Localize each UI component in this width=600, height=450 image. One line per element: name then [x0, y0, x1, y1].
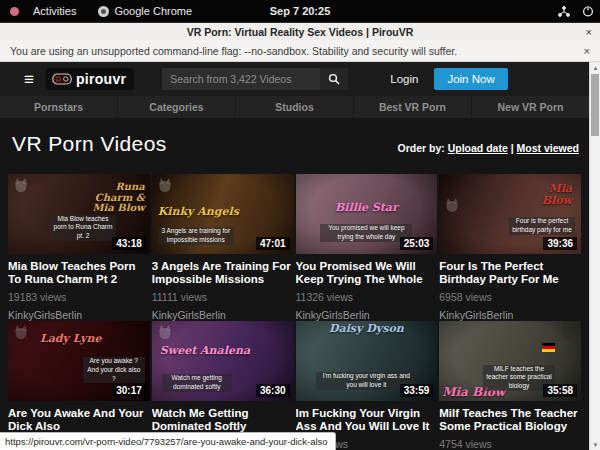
- video-card[interactable]: Kinky Angels 3 Angels are training for i…: [152, 174, 294, 321]
- thumbnail-overlay-name: Lady Lyne: [40, 333, 102, 345]
- status-url-bubble: https://pirouvr.com/vr-porn-video/779325…: [0, 432, 336, 450]
- studio-link[interactable]: KinkyGirlsBerlin: [152, 309, 294, 321]
- nav-item-new-vr[interactable]: New VR Porn: [472, 96, 589, 118]
- video-thumbnail[interactable]: Mia Blow Four is the perfect birthday pa…: [439, 174, 581, 254]
- browser-tab-bar: VR Porn: Virtual Reality Sex Videos | Pi…: [0, 22, 600, 40]
- activities-label: Activities: [33, 5, 76, 17]
- studio-cat-logo-icon: [157, 325, 173, 343]
- video-card[interactable]: Runa Charm & Mia Blow Mia Blow teaches p…: [8, 174, 150, 321]
- video-card[interactable]: Mia Blow MILF teaches the teacher some p…: [439, 321, 581, 450]
- menu-icon[interactable]: ≡: [24, 71, 34, 88]
- order-by: Order by: Upload date | Most viewed: [397, 142, 579, 154]
- search-icon: [328, 73, 340, 85]
- thumbnail-caption: You promised we will keep trying the who…: [320, 224, 412, 242]
- video-title[interactable]: Im Fucking Your Virgin Ass And You Will …: [296, 407, 438, 433]
- video-thumbnail[interactable]: Mia Blow MILF teaches the teacher some p…: [439, 321, 581, 401]
- video-card[interactable]: Mia Blow Four is the perfect birthday pa…: [439, 174, 581, 321]
- studio-cat-logo-icon: [157, 178, 173, 196]
- german-flag: [542, 343, 555, 352]
- studio-link[interactable]: KinkyGirlsBerlin: [8, 309, 150, 321]
- studio-link[interactable]: KinkyGirlsBerlin: [296, 309, 438, 321]
- video-thumbnail[interactable]: Lady Lyne Are you awake ? And your dick …: [8, 321, 150, 401]
- order-separator: |: [511, 142, 514, 154]
- duration-badge: 43:18: [112, 237, 146, 250]
- network-icon[interactable]: [558, 6, 570, 17]
- video-card[interactable]: Lady Lyne Are you awake ? And your dick …: [8, 321, 150, 450]
- nav-item-best-vr[interactable]: Best VR Porn: [354, 96, 472, 118]
- order-most-viewed-link[interactable]: Most viewed: [517, 142, 579, 154]
- tab-close-icon[interactable]: ×: [586, 25, 592, 39]
- vr-goggles-icon: [52, 73, 72, 85]
- studio-link[interactable]: KinkyGirlsBerlin: [439, 309, 581, 321]
- video-views: 6958 views: [439, 291, 581, 303]
- join-now-button[interactable]: Join Now: [434, 68, 507, 90]
- site-logo[interactable]: pirouvr: [46, 68, 134, 90]
- scroll-down-icon[interactable]: ▼: [590, 439, 600, 450]
- video-title[interactable]: Watch Me Getting Dominated Softly: [152, 407, 294, 433]
- thumbnail-overlay-name: Kinky Angels: [158, 206, 239, 218]
- video-title[interactable]: You Promised We Will Keep Trying The Who…: [296, 260, 438, 286]
- duration-badge: 33:59: [400, 384, 434, 397]
- activities-button[interactable]: Activities: [25, 0, 84, 22]
- video-views: 11111 views: [152, 291, 294, 303]
- order-by-label: Order by:: [397, 142, 444, 154]
- clock[interactable]: Sep 7 20:25: [270, 5, 331, 17]
- video-grid: Runa Charm & Mia Blow Mia Blow teaches p…: [0, 174, 589, 450]
- duration-badge: 35:58: [543, 384, 577, 397]
- page-viewport: ≡ pirouvr Login Join Now Pornstars Categ…: [0, 62, 600, 450]
- search-input[interactable]: [162, 68, 320, 90]
- video-card[interactable]: Daisy Dyson I'm fucking your virgin ass …: [296, 321, 438, 450]
- duration-badge: 30:17: [112, 384, 146, 397]
- thumbnail-overlay-name: Runa Charm & Mia Blow: [83, 182, 145, 214]
- studio-cat-logo-icon: [416, 325, 432, 343]
- scrollbar-thumb[interactable]: [591, 74, 599, 136]
- video-card[interactable]: Billie Star You promised we will keep tr…: [296, 174, 438, 321]
- duration-badge: 36:30: [256, 384, 290, 397]
- system-top-bar: Activities Google Chrome Sep 7 20:25: [0, 0, 600, 22]
- nav-item-pornstars[interactable]: Pornstars: [0, 96, 118, 118]
- tab-title[interactable]: VR Porn: Virtual Reality Sex Videos | Pi…: [187, 26, 414, 38]
- video-title[interactable]: 3 Angels Are Training For Impossible Mis…: [152, 260, 294, 286]
- video-title[interactable]: Milf Teaches The Teacher Some Practical …: [439, 407, 581, 433]
- video-title[interactable]: Four Is The Perfect Birthday Party For M…: [439, 260, 581, 286]
- power-icon[interactable]: [582, 5, 594, 17]
- infobar-close-icon[interactable]: ×: [584, 45, 590, 57]
- duration-badge: 47:01: [256, 237, 290, 250]
- video-card[interactable]: Sweet Analena Watch me getting dominated…: [152, 321, 294, 450]
- thumbnail-caption: Mia Blow teaches porn to Runa Charm pt. …: [50, 215, 116, 241]
- search-button[interactable]: [320, 68, 348, 90]
- page-head: VR Porn Videos Order by: Upload date | M…: [0, 118, 589, 174]
- notification-dot-icon: [10, 7, 19, 16]
- nav-item-studios[interactable]: Studios: [236, 96, 354, 118]
- chrome-icon: [98, 6, 109, 17]
- page-title: VR Porn Videos: [12, 132, 167, 156]
- video-title[interactable]: Mia Blow Teaches Porn To Runa Charm Pt 2: [8, 260, 150, 286]
- studio-cat-logo-icon: [416, 178, 432, 196]
- site-header: ≡ pirouvr Login Join Now: [0, 62, 589, 96]
- video-thumbnail[interactable]: Daisy Dyson I'm fucking your virgin ass …: [296, 321, 438, 401]
- video-thumbnail[interactable]: Runa Charm & Mia Blow Mia Blow teaches p…: [8, 174, 150, 254]
- video-thumbnail[interactable]: Billie Star You promised we will keep tr…: [296, 174, 438, 254]
- video-thumbnail[interactable]: Kinky Angels 3 Angels are training for i…: [152, 174, 294, 254]
- infobar: You are using an unsupported command-lin…: [0, 40, 600, 62]
- app-menu-label: Google Chrome: [114, 5, 192, 17]
- order-upload-date-link[interactable]: Upload date: [448, 142, 508, 154]
- main-nav: Pornstars Categories Studios Best VR Por…: [0, 96, 589, 118]
- login-link[interactable]: Login: [390, 73, 418, 85]
- duration-badge: 39:36: [543, 237, 577, 250]
- video-title[interactable]: Are You Awake And Your Dick Also: [8, 407, 150, 433]
- thumbnail-overlay-name: Mia Blow: [520, 183, 572, 206]
- thumbnail-overlay-name: Sweet Analena: [160, 345, 250, 357]
- scroll-up-icon[interactable]: ▲: [590, 62, 600, 73]
- video-thumbnail[interactable]: Sweet Analena Watch me getting dominated…: [152, 321, 294, 401]
- studio-cat-logo-icon: [13, 178, 29, 196]
- thumbnail-overlay-name: Billie Star: [335, 202, 398, 214]
- video-views: 19183 views: [8, 291, 150, 303]
- studio-cat-logo-icon: [13, 325, 29, 343]
- thumbnail-overlay-name: Daisy Dyson: [326, 323, 406, 335]
- scrollbar[interactable]: ▲ ▼: [589, 62, 600, 450]
- site-logo-text: pirouvr: [76, 71, 126, 87]
- nav-item-categories[interactable]: Categories: [118, 96, 236, 118]
- studio-cat-logo-icon: [560, 325, 576, 343]
- app-menu-button[interactable]: Google Chrome: [90, 0, 200, 22]
